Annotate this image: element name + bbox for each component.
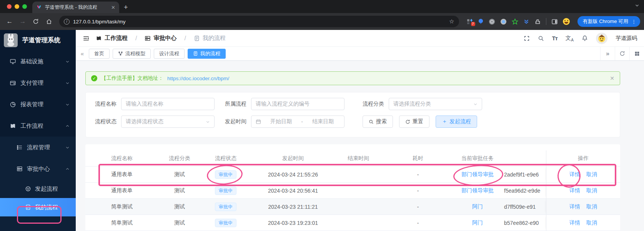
browser-tab[interactable]: 芋道管理系统 - 我的流程 ✕ (32, 2, 119, 13)
translate-icon[interactable]: 文A (566, 35, 574, 42)
chrome-update-button[interactable]: 有新版 Chrome 可用 ⋮ (577, 16, 640, 27)
sidebar-item-start-process[interactable]: 发起流程 (0, 180, 76, 198)
category-select[interactable]: 请选择流程分类 (389, 98, 482, 110)
filter-label: 流程分类 (363, 101, 384, 107)
chevron-down-icon (65, 102, 70, 107)
status-badge: 审批中 (215, 219, 236, 227)
browser-toolbar: ← → i 127.0.0.1/bpm/task/my ☆ 7 (0, 13, 644, 30)
cell-process-name: 通用表单 (85, 187, 158, 194)
sidebar-item-approval-center[interactable]: 审批中心 (0, 158, 76, 180)
filter-label: 流程状态 (95, 118, 116, 125)
home-button[interactable] (43, 18, 55, 25)
sidebar-item-process-management[interactable]: 流程管理 (0, 137, 76, 158)
extension-icon-2[interactable] (489, 18, 495, 25)
process-name-input[interactable]: 请输入流程名称 (121, 98, 215, 110)
detail-link[interactable]: 详情 (569, 219, 580, 226)
extension-icon-balloon[interactable] (478, 18, 484, 25)
tab-home[interactable]: 首页 (89, 49, 110, 59)
url-text[interactable]: 127.0.0.1/bpm/task/my (73, 19, 446, 25)
close-window-button[interactable] (7, 4, 12, 9)
tabs-scroll-left-icon[interactable]: « (76, 50, 89, 57)
extension-icon-star[interactable] (512, 18, 518, 25)
app-logo (4, 33, 18, 47)
tabs-scroll-right-icon[interactable]: » (600, 47, 615, 60)
current-task-link[interactable]: 部门领导审批 (454, 187, 501, 194)
workflow-icon (10, 123, 16, 129)
banner-close-icon[interactable]: ✕ (610, 75, 614, 81)
create-process-button[interactable]: ＋ 发起流程 (436, 116, 477, 128)
side-panel-icon[interactable] (551, 18, 558, 25)
breadcrumb-item-approval-center[interactable]: 审批中心 (145, 35, 176, 42)
layout-grid-icon[interactable] (629, 47, 644, 60)
user-avatar[interactable] (596, 33, 607, 44)
address-bar[interactable]: i 127.0.0.1/bpm/task/my ☆ (59, 16, 459, 27)
refresh-view-icon[interactable] (615, 47, 629, 60)
app-logo-row[interactable]: 芋道管理系统 (0, 30, 76, 51)
toolbar-divider (546, 18, 546, 25)
font-size-icon[interactable]: Tᴛ (552, 35, 557, 41)
placeholder: 请选择流程状态 (126, 118, 163, 125)
success-check-icon: ✓ (91, 75, 97, 81)
fullscreen-icon[interactable] (524, 35, 530, 41)
cell-process-name: 简单测试 (85, 219, 158, 226)
sidebar-item-infrastructure[interactable]: 基础设施 (0, 51, 76, 72)
maximize-window-button[interactable] (22, 4, 27, 9)
current-task-link[interactable]: 阿门 (454, 219, 501, 226)
col-header-duration: 耗时 (381, 155, 454, 162)
cancel-link[interactable]: 取消 (586, 203, 597, 210)
sidebar-item-workflow[interactable]: 工作流程 (0, 115, 76, 137)
cell-process-id: d7ff509e-e91 (501, 204, 546, 210)
collapse-sidebar-icon[interactable] (83, 35, 90, 42)
sidebar-item-reports[interactable]: 报表管理 (0, 94, 76, 115)
breadcrumb-item-workflow[interactable]: 工作流程 (96, 35, 128, 42)
search-icon[interactable] (538, 35, 544, 41)
current-task-link[interactable]: 部门领导审批 (454, 171, 501, 178)
page-content: ✓ 【工作流手册】文档地址： https://doc.iocoder.cn/bp… (76, 61, 644, 231)
tab-process-model[interactable]: 流程模型 (113, 49, 151, 59)
bell-icon[interactable] (582, 35, 588, 41)
search-button[interactable]: 搜索 (363, 116, 393, 128)
username[interactable]: 芋道源码 (616, 35, 637, 42)
detail-link[interactable]: 详情 (569, 171, 580, 178)
bookmark-star-icon[interactable]: ☆ (449, 18, 454, 25)
status-select[interactable]: 请选择流程状态 (121, 116, 215, 128)
banner-doc-link[interactable]: https://doc.iocoder.cn/bpm/ (167, 76, 229, 81)
process-key-input[interactable]: 请输入流程定义的编号 (251, 98, 344, 110)
date-range-picker[interactable]: 开始日期 - 结束日期 (251, 116, 344, 128)
extension-icon-3[interactable] (500, 18, 507, 25)
tab-design-process[interactable]: 设计流程 (154, 49, 185, 59)
sidebar-item-my-process[interactable]: 我的流程 (0, 198, 76, 216)
cancel-link[interactable]: 取消 (586, 219, 597, 226)
extensions-area: 7 (464, 18, 573, 25)
browser-menu-icon[interactable]: ⋮ (631, 21, 636, 23)
extension-icon-1[interactable]: 7 (467, 18, 473, 25)
reload-button[interactable] (30, 18, 42, 25)
chevron-down-icon (206, 120, 210, 124)
site-info-icon[interactable]: i (64, 19, 70, 25)
chevron-up-icon (65, 167, 70, 171)
doc-banner: ✓ 【工作流手册】文档地址： https://doc.iocoder.cn/bp… (85, 71, 620, 85)
cancel-link[interactable]: 取消 (586, 171, 597, 178)
tab-close-icon[interactable]: ✕ (111, 5, 115, 10)
detail-link[interactable]: 详情 (569, 187, 580, 194)
extensions-puzzle-icon[interactable] (534, 18, 541, 25)
filter-row-1: 流程名称 请输入流程名称 所属流程 请输入流程定义的编号 流程分类 请选择流程分… (95, 98, 611, 110)
col-header-end-time: 结束时间 (335, 155, 381, 162)
tab-search-chevron-icon[interactable] (635, 3, 639, 8)
reset-button[interactable]: 重置 (399, 116, 429, 128)
new-tab-button[interactable]: + (124, 3, 128, 12)
status-badge: 审批中 (215, 186, 236, 195)
cancel-link[interactable]: 取消 (586, 187, 597, 194)
detail-link[interactable]: 详情 (569, 203, 580, 210)
extension-icon-chevrons[interactable] (523, 18, 529, 25)
profile-emoji-icon[interactable] (563, 18, 570, 25)
tab-my-process[interactable]: 我的流程 (188, 49, 226, 59)
forward-button[interactable]: → (17, 18, 28, 25)
app-title: 芋道管理系统 (22, 36, 60, 45)
current-task-link[interactable]: 阿门 (454, 203, 501, 210)
sidebar-item-payment[interactable]: 支付管理 (0, 72, 76, 94)
minimize-window-button[interactable] (15, 4, 19, 9)
cell-process-id: b57ee862-e90 (501, 220, 546, 226)
cell-status: 审批中 (201, 203, 251, 211)
back-button[interactable]: ← (4, 18, 15, 25)
